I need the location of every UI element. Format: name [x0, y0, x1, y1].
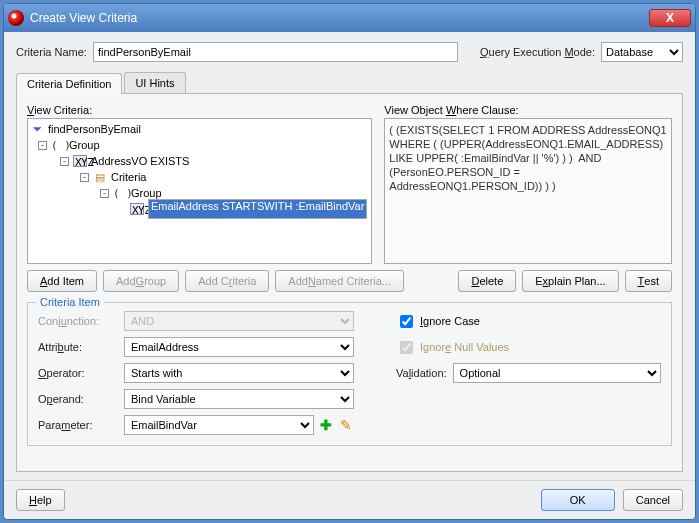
toggle-icon[interactable]: -: [80, 173, 89, 182]
validation-label: Validation:: [396, 367, 447, 379]
add-criteria-button: Add Criteria: [185, 270, 269, 292]
add-parameter-icon[interactable]: ✚: [318, 417, 334, 433]
edit-parameter-icon[interactable]: ✎: [338, 417, 354, 433]
operand-select[interactable]: Bind Variable: [124, 389, 354, 409]
ignore-case-checkbox[interactable]: Ignore Case: [396, 312, 661, 331]
toggle-icon[interactable]: -: [38, 141, 47, 150]
tree-criteria: Criteria: [111, 171, 146, 183]
toggle-icon[interactable]: -: [60, 157, 69, 166]
dialog-footer: Help OK Cancel: [4, 480, 695, 519]
app-icon: [8, 10, 24, 26]
group-icon: ( ): [51, 139, 65, 151]
view-criteria-label: View Criteria:: [27, 104, 372, 116]
xyz-icon: XYZ: [73, 155, 87, 167]
attribute-label: Attribute:: [38, 341, 118, 353]
add-named-criteria-button: Add Named Criteria...: [275, 270, 404, 292]
ok-button[interactable]: OK: [541, 489, 615, 511]
test-button[interactable]: Test: [625, 270, 672, 292]
tab-content: View Criteria: findPersonByEmail -( )Gro…: [16, 94, 683, 472]
dialog-window: Create View Criteria X Criteria Name: Qu…: [3, 3, 696, 520]
cancel-button[interactable]: Cancel: [623, 489, 683, 511]
add-group-button: Add Group: [103, 270, 179, 292]
ignore-null-input: [400, 341, 413, 354]
validation-select[interactable]: Optional: [453, 363, 661, 383]
operand-label: Operand:: [38, 393, 118, 405]
help-button[interactable]: Help: [16, 489, 65, 511]
where-clause-text: ( (EXISTS(SELECT 1 FROM ADDRESS AddressE…: [384, 118, 672, 264]
xyz-icon: XYZ: [130, 203, 144, 215]
tree-selected-item[interactable]: EmailAddress STARTSWITH :EmailBindVar: [148, 199, 367, 219]
tree-group2: Group: [131, 187, 162, 199]
toggle-icon[interactable]: -: [100, 189, 109, 198]
conjunction-label: Conjunction:: [38, 315, 118, 327]
tree-root: findPersonByEmail: [48, 123, 141, 135]
delete-button[interactable]: Delete: [458, 270, 516, 292]
conjunction-select: AND: [124, 311, 354, 331]
explain-plan-button[interactable]: Explain Plan...: [522, 270, 618, 292]
funnel-icon: [30, 123, 44, 135]
ignore-case-input[interactable]: [400, 315, 413, 328]
where-clause-label: View Object Where Clause:: [384, 104, 672, 116]
criteria-item-legend: Criteria Item: [36, 296, 104, 308]
tree-address: AddressVO EXISTS: [91, 155, 189, 167]
criteria-item-fieldset: Criteria Item Conjunction: AND Ignore Ca…: [27, 302, 672, 446]
exec-mode-label: Query Execution Mode:: [480, 46, 595, 58]
dialog-body: Criteria Name: Query Execution Mode: Dat…: [4, 32, 695, 480]
group-icon: ( ): [113, 187, 127, 199]
ignore-null-checkbox: Ignore Null Values: [396, 338, 661, 357]
exec-mode-select[interactable]: Database: [601, 42, 683, 62]
parameter-select[interactable]: EmailBindVar: [124, 415, 314, 435]
criteria-name-input[interactable]: [93, 42, 458, 62]
criteria-tree[interactable]: findPersonByEmail -( )Group -XYZAddressV…: [27, 118, 372, 264]
tabs: Criteria Definition UI Hints: [16, 72, 683, 94]
operator-label: Operator:: [38, 367, 118, 379]
close-button[interactable]: X: [649, 9, 691, 27]
attribute-select[interactable]: EmailAddress: [124, 337, 354, 357]
parameter-label: Parameter:: [38, 419, 118, 431]
window-title: Create View Criteria: [30, 11, 649, 25]
tab-criteria-definition[interactable]: Criteria Definition: [16, 73, 122, 94]
operator-select[interactable]: Starts with: [124, 363, 354, 383]
criteria-icon: [93, 171, 107, 183]
criteria-name-label: Criteria Name:: [16, 46, 87, 58]
add-item-button[interactable]: Add Item: [27, 270, 97, 292]
tab-ui-hints[interactable]: UI Hints: [124, 72, 185, 93]
tree-group: Group: [69, 139, 100, 151]
titlebar[interactable]: Create View Criteria X: [4, 4, 695, 32]
